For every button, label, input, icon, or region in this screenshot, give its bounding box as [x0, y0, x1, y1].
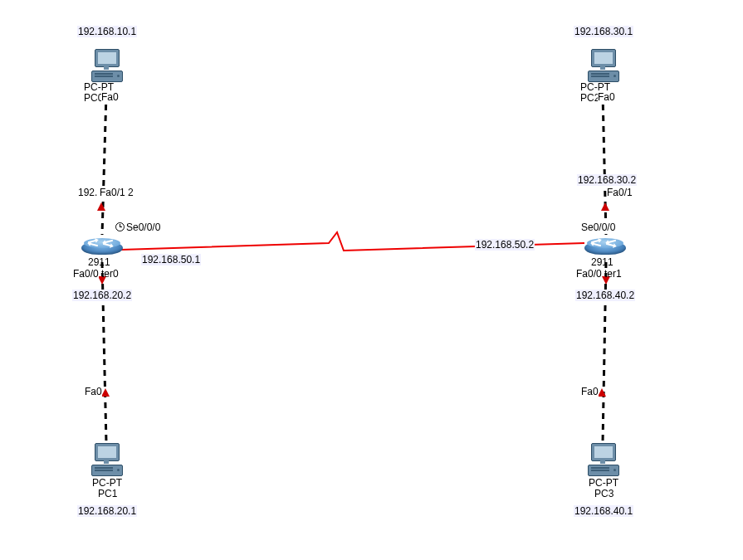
link-arrow: [601, 202, 609, 211]
link-arrow: [598, 388, 606, 397]
router0-model-label: 2911: [88, 256, 110, 268]
svg-line-0: [102, 94, 106, 235]
router0-fa01-ip-partial: 192.: [78, 187, 97, 198]
pc3-port-label: Fa0: [581, 386, 599, 397]
router1-fa01-ip-label: 192.168.30.2: [577, 174, 637, 186]
pc0-port-label: Fa0: [101, 91, 119, 103]
router0-se-ip-label: 192.168.50.1: [141, 254, 201, 265]
link-arrow: [101, 388, 110, 397]
pc1-port-label: Fa0: [85, 386, 102, 397]
pc1-host-label: PC1: [98, 488, 117, 499]
router0-fa00-ip-label: 192.168.20.2: [72, 290, 132, 301]
pc1-type-label: PC-PT: [92, 477, 122, 489]
router1-se-ip-label: 192.168.50.2: [475, 239, 535, 251]
pc0-icon[interactable]: [90, 49, 125, 84]
pc2-ip-label: 192.168.30.1: [574, 26, 633, 37]
clock-icon: [115, 222, 125, 231]
router0-host-label-partial: ter0: [101, 268, 119, 280]
pc3-host-label: PC3: [594, 488, 613, 499]
router1-model-label: 2911: [591, 256, 613, 268]
svg-line-2: [603, 94, 606, 235]
pc0-host-label: PC0: [84, 92, 100, 104]
pc3-type-label: PC-PT: [589, 477, 618, 489]
pc0-ip-label: 192.168.10.1: [77, 26, 137, 37]
router1-icon[interactable]: [584, 238, 626, 258]
pc3-icon[interactable]: [586, 443, 621, 478]
pc3-ip-label: 192.168.40.1: [574, 505, 633, 517]
pc1-icon[interactable]: [90, 443, 125, 478]
router1-fa00-port-label: Fa0/0: [576, 268, 602, 280]
pc2-port-label: Fa0: [598, 91, 615, 103]
router0-fa00-port-label: Fa0/0: [73, 268, 99, 280]
router0-se-port-label: Se0/0/0: [126, 222, 160, 233]
link-arrow: [97, 202, 105, 211]
router1-fa01-port-label: Fa0/1: [607, 187, 633, 198]
pc2-icon[interactable]: [586, 49, 621, 84]
router0-fa01-port-display: Fa0/1 2: [100, 187, 134, 198]
router1-fa00-ip-label: 192.168.40.2: [575, 290, 635, 301]
pc1-ip-label: 192.168.20.1: [77, 505, 137, 517]
router0-icon[interactable]: [81, 238, 123, 258]
router1-host-label-partial: ter1: [604, 268, 622, 280]
router1-se-port-label: Se0/0/0: [581, 222, 615, 233]
pc2-host-label: PC2: [580, 92, 597, 104]
